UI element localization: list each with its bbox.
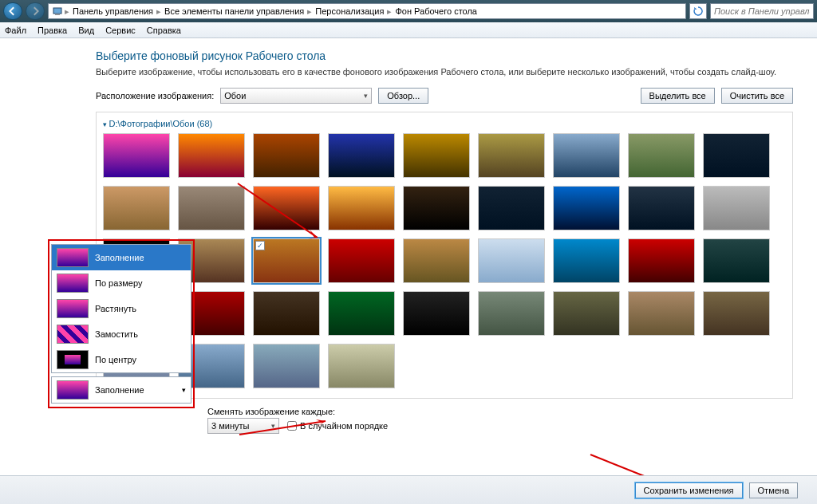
wallpaper-thumb[interactable] <box>328 344 395 388</box>
wallpaper-thumb[interactable] <box>553 186 620 230</box>
wallpaper-thumb[interactable] <box>703 133 770 178</box>
wallpaper-thumb[interactable] <box>553 133 620 178</box>
back-button[interactable] <box>3 2 22 20</box>
menubar: Файл Правка Вид Сервис Справка <box>0 22 817 38</box>
titlebar: ▸ Панель управления▸ Все элементы панели… <box>0 0 817 22</box>
wallpaper-thumb[interactable] <box>478 291 545 336</box>
wallpaper-thumb[interactable] <box>328 238 395 283</box>
clear-all-button[interactable]: Очистить все <box>721 88 793 104</box>
position-stretch[interactable]: Растянуть <box>52 296 191 321</box>
wallpaper-thumb[interactable] <box>328 291 395 336</box>
svg-rect-1 <box>55 14 60 15</box>
search-input[interactable] <box>710 3 814 19</box>
wallpaper-thumb[interactable] <box>703 291 770 336</box>
wallpaper-thumb[interactable] <box>553 238 620 283</box>
wallpaper-thumb[interactable] <box>703 238 770 283</box>
wallpaper-thumb[interactable] <box>103 133 170 178</box>
wallpaper-thumb[interactable] <box>478 186 545 230</box>
check-icon: ✓ <box>255 241 265 250</box>
location-dropdown[interactable]: Обои <box>220 88 372 104</box>
wallpaper-thumb[interactable] <box>253 186 320 230</box>
wallpaper-thumb[interactable] <box>403 291 470 336</box>
wallpaper-thumb[interactable] <box>478 238 545 283</box>
menu-view[interactable]: Вид <box>78 26 94 35</box>
breadcrumb[interactable]: ▸ Панель управления▸ Все элементы панели… <box>48 3 686 19</box>
wallpaper-thumb[interactable] <box>253 344 320 388</box>
crumb-1[interactable]: Все элементы панели управления <box>163 6 306 16</box>
refresh-button[interactable] <box>689 3 707 19</box>
group-title[interactable]: D:\Фотографии\Обои (68) <box>103 119 786 128</box>
position-fit[interactable]: По размеру <box>52 270 191 296</box>
save-button[interactable]: Сохранить изменения <box>635 482 743 498</box>
forward-button[interactable] <box>26 2 45 20</box>
wallpaper-thumb[interactable] <box>328 133 395 178</box>
thumbnails: ✓ <box>103 133 786 388</box>
wallpaper-thumb[interactable] <box>478 133 545 178</box>
position-fill[interactable]: Заполнение <box>52 245 191 270</box>
wallpaper-thumb[interactable]: ✓ <box>253 238 320 283</box>
browse-button[interactable]: Обзор... <box>378 88 428 104</box>
wallpaper-thumb[interactable] <box>553 291 620 336</box>
page-subtitle: Выберите изображение, чтобы использовать… <box>96 67 793 77</box>
menu-tools[interactable]: Сервис <box>105 26 136 35</box>
svg-rect-0 <box>53 8 61 14</box>
cancel-button[interactable]: Отмена <box>749 482 798 498</box>
wallpaper-thumb[interactable] <box>103 186 170 230</box>
position-current-dropdown[interactable]: Заполнение <box>51 376 191 404</box>
interval-dropdown[interactable]: 3 минуты <box>207 418 279 434</box>
crumb-0[interactable]: Панель управления <box>71 6 155 16</box>
wallpaper-thumb[interactable] <box>328 186 395 230</box>
location-label: Расположение изображения: <box>96 91 214 100</box>
select-all-button[interactable]: Выделить все <box>641 88 715 104</box>
wallpaper-thumb[interactable] <box>178 133 245 178</box>
change-label: Сменять изображение каждые: <box>207 407 335 416</box>
menu-edit[interactable]: Правка <box>37 26 67 35</box>
wallpaper-thumb[interactable] <box>628 238 695 283</box>
wallpaper-thumb[interactable] <box>403 186 470 230</box>
wallpaper-thumb[interactable] <box>403 133 470 178</box>
position-tile[interactable]: Замостить <box>52 321 191 347</box>
wallpaper-thumb[interactable] <box>628 133 695 178</box>
location-row: Расположение изображения: Обои Обзор... … <box>96 88 793 104</box>
menu-file[interactable]: Файл <box>5 26 26 35</box>
wallpaper-thumb[interactable] <box>253 133 320 178</box>
bottom-controls: Сменять изображение каждые: <box>96 407 793 416</box>
footer: Сохранить изменения Отмена <box>0 475 817 504</box>
wallpaper-thumb[interactable] <box>703 186 770 230</box>
shuffle-checkbox[interactable]: В случайном порядке <box>287 421 388 431</box>
wallpaper-thumb[interactable] <box>253 291 320 336</box>
position-popup: Заполнение По размеру Растянуть Замостит… <box>51 244 191 373</box>
page-title: Выберите фоновый рисунок Рабочего стола <box>96 49 793 62</box>
crumb-2[interactable]: Персонализация <box>314 6 385 16</box>
wallpaper-thumb[interactable] <box>178 186 245 230</box>
crumb-3[interactable]: Фон Рабочего стола <box>393 6 479 16</box>
position-center[interactable]: По центру <box>52 347 191 372</box>
computer-icon <box>52 6 63 17</box>
position-popup-annotation: Заполнение По размеру Растянуть Замостит… <box>48 239 195 408</box>
wallpaper-thumb[interactable] <box>403 238 470 283</box>
wallpaper-thumb[interactable] <box>628 186 695 230</box>
menu-help[interactable]: Справка <box>147 26 181 35</box>
gallery: D:\Фотографии\Обои (68) ✓ <box>96 112 793 399</box>
wallpaper-thumb[interactable] <box>628 291 695 336</box>
